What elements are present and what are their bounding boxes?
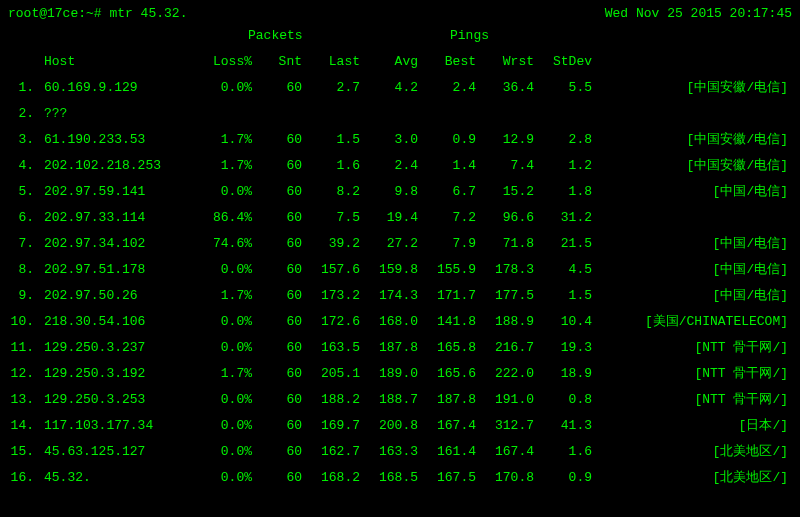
hop-wrst: 167.4 xyxy=(476,439,534,465)
hop-wrst: 216.7 xyxy=(476,335,534,361)
hop-index: 4. xyxy=(8,153,44,179)
terminal-topbar: root@17ce:~# mtr 45.32. Wed Nov 25 2015 … xyxy=(8,6,792,21)
hop-avg: 189.0 xyxy=(360,361,418,387)
table-row: 16.45.32.0.0%60168.2168.5167.5170.80.9[北… xyxy=(8,465,792,491)
hop-best: 165.6 xyxy=(418,361,476,387)
hop-snt: 60 xyxy=(252,413,302,439)
table-row: 6.202.97.33.11486.4%607.519.47.296.631.2 xyxy=(8,205,792,231)
hop-avg: 168.0 xyxy=(360,309,418,335)
hop-location: [NTT 骨干网/] xyxy=(592,335,792,361)
hop-location: [中国/电信] xyxy=(592,231,792,257)
mtr-table: Host Loss% Snt Last Avg Best Wrst StDev … xyxy=(8,49,792,491)
hop-snt: 60 xyxy=(252,335,302,361)
hop-best: 165.8 xyxy=(418,335,476,361)
hop-location: [中国/电信] xyxy=(592,257,792,283)
hop-index: 7. xyxy=(8,231,44,257)
hop-best: 167.4 xyxy=(418,413,476,439)
hop-last: 169.7 xyxy=(302,413,360,439)
hop-avg: 168.5 xyxy=(360,465,418,491)
hop-host: 61.190.233.53 xyxy=(44,127,194,153)
hop-snt: 60 xyxy=(252,127,302,153)
hop-best: 7.9 xyxy=(418,231,476,257)
hop-last: 168.2 xyxy=(302,465,360,491)
table-row: 4.202.102.218.2531.7%601.62.41.47.41.2[中… xyxy=(8,153,792,179)
hop-snt: 60 xyxy=(252,257,302,283)
hop-location: [日本/] xyxy=(592,413,792,439)
table-row: 9.202.97.50.261.7%60173.2174.3171.7177.5… xyxy=(8,283,792,309)
hop-index: 16. xyxy=(8,465,44,491)
hop-best: 6.7 xyxy=(418,179,476,205)
hop-host: 202.97.51.178 xyxy=(44,257,194,283)
table-row: 2.??? xyxy=(8,101,792,127)
hop-location: [美国/CHINATELECOM] xyxy=(592,309,792,335)
hop-location: [中国安徽/电信] xyxy=(592,153,792,179)
hop-last: 157.6 xyxy=(302,257,360,283)
hop-avg: 200.8 xyxy=(360,413,418,439)
hop-index: 11. xyxy=(8,335,44,361)
hop-index: 8. xyxy=(8,257,44,283)
hop-host: 218.30.54.106 xyxy=(44,309,194,335)
hop-best: 187.8 xyxy=(418,387,476,413)
hop-best: 2.4 xyxy=(418,75,476,101)
section-label-packets: Packets xyxy=(248,28,303,43)
hop-index: 9. xyxy=(8,283,44,309)
hop-snt: 60 xyxy=(252,361,302,387)
hop-avg: 188.7 xyxy=(360,387,418,413)
hop-stdev: 0.9 xyxy=(534,465,592,491)
hop-stdev: 41.3 xyxy=(534,413,592,439)
hop-loss: 1.7% xyxy=(194,283,252,309)
hop-best: 167.5 xyxy=(418,465,476,491)
hop-index: 3. xyxy=(8,127,44,153)
hop-host: ??? xyxy=(44,101,194,127)
hop-last: 162.7 xyxy=(302,439,360,465)
col-header-wrst: Wrst xyxy=(476,49,534,75)
hop-best: 155.9 xyxy=(418,257,476,283)
table-row: 1.60.169.9.1290.0%602.74.22.436.45.5[中国安… xyxy=(8,75,792,101)
hop-avg: 2.4 xyxy=(360,153,418,179)
hop-last: 205.1 xyxy=(302,361,360,387)
hop-last: 7.5 xyxy=(302,205,360,231)
hop-loss: 0.0% xyxy=(194,465,252,491)
hop-index: 15. xyxy=(8,439,44,465)
hop-host: 45.32. xyxy=(44,465,194,491)
hop-avg: 187.8 xyxy=(360,335,418,361)
hop-location: [中国/电信] xyxy=(592,179,792,205)
hop-avg: 159.8 xyxy=(360,257,418,283)
hop-loss: 0.0% xyxy=(194,257,252,283)
hop-wrst: 12.9 xyxy=(476,127,534,153)
hop-stdev: 1.8 xyxy=(534,179,592,205)
hop-loss: 0.0% xyxy=(194,179,252,205)
hop-wrst: 36.4 xyxy=(476,75,534,101)
hop-location: [中国安徽/电信] xyxy=(592,127,792,153)
table-row: 11.129.250.3.2370.0%60163.5187.8165.8216… xyxy=(8,335,792,361)
hop-loss: 0.0% xyxy=(194,335,252,361)
hop-wrst: 222.0 xyxy=(476,361,534,387)
hop-wrst: 7.4 xyxy=(476,153,534,179)
hop-last: 1.6 xyxy=(302,153,360,179)
hop-avg: 3.0 xyxy=(360,127,418,153)
hop-host: 129.250.3.237 xyxy=(44,335,194,361)
hop-loss: 0.0% xyxy=(194,439,252,465)
hop-index: 12. xyxy=(8,361,44,387)
hop-stdev: 5.5 xyxy=(534,75,592,101)
hop-location: [NTT 骨干网/] xyxy=(592,387,792,413)
hop-snt: 60 xyxy=(252,231,302,257)
hop-index: 5. xyxy=(8,179,44,205)
hop-host: 202.102.218.253 xyxy=(44,153,194,179)
col-header-best: Best xyxy=(418,49,476,75)
hop-stdev: 4.5 xyxy=(534,257,592,283)
col-header-last: Last xyxy=(302,49,360,75)
hop-loss: 0.0% xyxy=(194,309,252,335)
hop-host: 129.250.3.253 xyxy=(44,387,194,413)
hop-snt: 60 xyxy=(252,153,302,179)
hop-wrst: 312.7 xyxy=(476,413,534,439)
hop-best: 1.4 xyxy=(418,153,476,179)
hop-host: 202.97.34.102 xyxy=(44,231,194,257)
hop-last: 2.7 xyxy=(302,75,360,101)
hop-last: 188.2 xyxy=(302,387,360,413)
table-row: 12.129.250.3.1921.7%60205.1189.0165.6222… xyxy=(8,361,792,387)
hop-loss: 74.6% xyxy=(194,231,252,257)
hop-loss: 86.4% xyxy=(194,205,252,231)
table-row: 3.61.190.233.531.7%601.53.00.912.92.8[中国… xyxy=(8,127,792,153)
table-row: 13.129.250.3.2530.0%60188.2188.7187.8191… xyxy=(8,387,792,413)
